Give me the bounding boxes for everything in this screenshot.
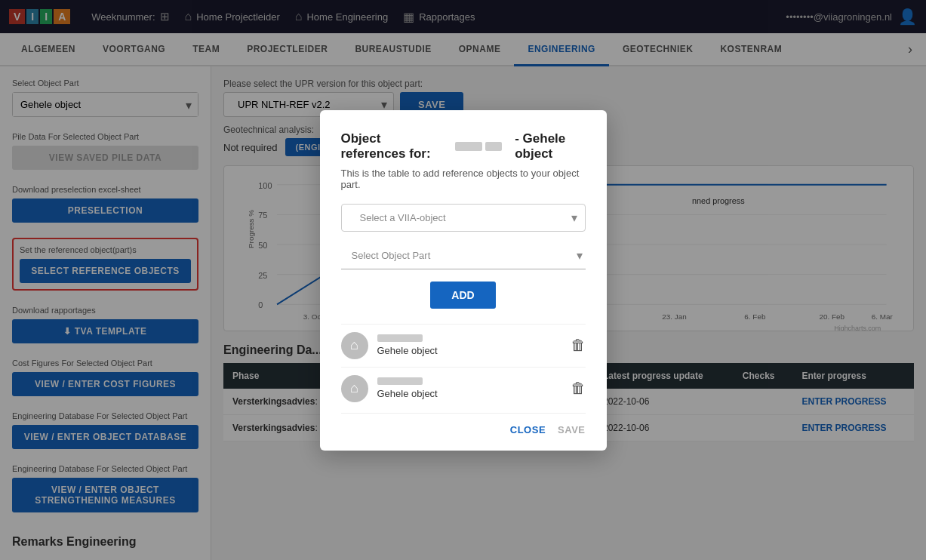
modal-title-suffix: - Gehele object	[515, 131, 585, 162]
delete-ref-1-button[interactable]: 🗑	[571, 337, 586, 354]
ref-name-placeholder-2	[377, 377, 423, 385]
object-part-select[interactable]	[341, 242, 577, 269]
ref-obj-label-1: Gehele object	[377, 345, 561, 356]
ref-avatar-2: ⌂	[341, 375, 368, 402]
modal-close-button[interactable]: CLOSE	[510, 424, 546, 435]
ref-obj-label-2: Gehele object	[377, 388, 561, 399]
delete-ref-2-button[interactable]: 🗑	[571, 380, 586, 397]
modal-title-placeholders	[455, 142, 502, 151]
ref-avatar-1: ⌂	[341, 332, 368, 359]
home-ref-icon-1: ⌂	[350, 337, 358, 353]
modal-overlay: Object references for: - Gehele object T…	[0, 0, 926, 560]
placeholder-block-1	[455, 142, 482, 151]
modal-save-button[interactable]: SAVE	[558, 424, 585, 435]
object-part-select-wrapper: Select Object Part ▾	[341, 242, 586, 269]
ref-info-2: Gehele object	[377, 377, 561, 399]
viia-select-chevron-icon: ▾	[564, 211, 585, 225]
modal-title-prefix: Object references for:	[341, 131, 443, 162]
obj-part-chevron-icon: ▾	[577, 248, 586, 263]
viia-object-select[interactable]	[342, 205, 564, 231]
ref-item-2: ⌂ Gehele object 🗑	[341, 367, 586, 410]
home-ref-icon-2: ⌂	[350, 380, 358, 396]
modal-footer: CLOSE SAVE	[341, 413, 586, 435]
object-references-modal: Object references for: - Gehele object T…	[320, 110, 607, 451]
modal-subtitle: This is the table to add reference objec…	[341, 168, 586, 190]
placeholder-block-2	[485, 142, 502, 151]
add-button[interactable]: ADD	[430, 282, 495, 309]
ref-name-placeholder-1	[377, 334, 423, 342]
ref-info-1: Gehele object	[377, 334, 561, 356]
viia-object-select-wrapper: Select a VIIA-object ▾	[341, 204, 586, 232]
ref-item-1: ⌂ Gehele object 🗑	[341, 324, 586, 367]
modal-title: Object references for: - Gehele object	[341, 131, 586, 162]
